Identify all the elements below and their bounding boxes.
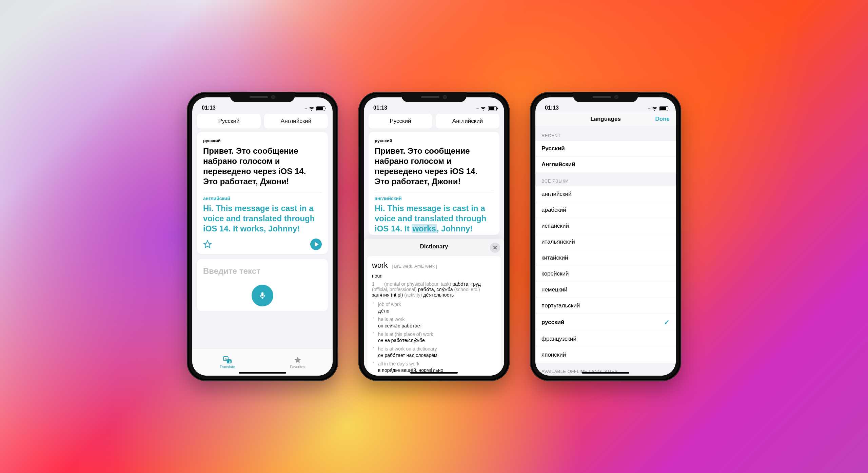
- status-time: 01:13: [545, 105, 559, 111]
- nav-title: Languages: [590, 116, 621, 122]
- list-item[interactable]: итальянский: [535, 234, 676, 250]
- phonetics: | BrE wəːk, AmE wərk |: [392, 264, 437, 269]
- text-input-placeholder: Введите текст: [203, 266, 260, 276]
- sense-number: 1: [372, 281, 377, 287]
- target-text[interactable]: Hi. This message is cast in a voice and …: [203, 203, 322, 234]
- dictionary-title: Dictionary: [420, 243, 448, 250]
- source-text[interactable]: Привет. Это сообщение набрано голосом и …: [375, 146, 493, 187]
- nav-bar: Languages Done: [535, 112, 676, 127]
- list-item[interactable]: испанский: [535, 218, 676, 234]
- text-input-card[interactable]: Введите текст: [197, 259, 328, 311]
- svg-text:A: A: [225, 357, 227, 361]
- source-language-button[interactable]: Русский: [197, 114, 261, 129]
- phone-3: 01:13 •••• Languages Done RECENT Русский…: [530, 92, 681, 381]
- list-item[interactable]: английский: [535, 186, 676, 202]
- done-button[interactable]: Done: [655, 116, 670, 122]
- section-all-languages: ВСЕ ЯЗЫКИ: [535, 172, 676, 186]
- target-language-button[interactable]: Английский: [264, 114, 328, 129]
- target-language-button[interactable]: Английский: [436, 114, 499, 129]
- list-item[interactable]: Русский: [535, 141, 676, 157]
- source-text[interactable]: Привет. Это сообщение набрано голосом и …: [203, 146, 322, 187]
- battery-icon: [316, 106, 325, 111]
- target-text[interactable]: Hi. This message is cast in a voice and …: [375, 203, 493, 234]
- svg-marker-0: [204, 241, 211, 248]
- list-item[interactable]: японский: [535, 347, 676, 363]
- home-indicator[interactable]: [410, 372, 458, 374]
- cell-signal-icon: ••••: [304, 107, 307, 110]
- section-recent: RECENT: [535, 127, 676, 141]
- list-item[interactable]: китайский: [535, 250, 676, 266]
- home-indicator[interactable]: [582, 372, 629, 374]
- target-language-label: английский: [375, 196, 493, 201]
- list-item-selected[interactable]: русский✓: [535, 314, 676, 331]
- list-item[interactable]: арабский: [535, 202, 676, 218]
- svg-text:文: 文: [228, 360, 231, 363]
- example-list: job of workде́ло he is at workон сейча́с…: [372, 300, 496, 375]
- list-item[interactable]: Английский: [535, 157, 676, 172]
- target-language-label: английский: [203, 196, 322, 201]
- part-of-speech: noun: [372, 273, 496, 279]
- source-language-label: русский: [375, 138, 493, 143]
- dictionary-sheet[interactable]: Dictionary ✕ work | BrE wəːk, AmE wərk |…: [364, 239, 504, 376]
- favorite-star-icon[interactable]: [203, 240, 212, 249]
- list-item[interactable]: португальский: [535, 298, 676, 314]
- wifi-icon: [480, 107, 486, 111]
- translation-card: русский Привет. Это сообщение набрано го…: [197, 132, 328, 254]
- source-language-button[interactable]: Русский: [369, 114, 432, 129]
- wifi-icon: [652, 107, 657, 111]
- list-item[interactable]: французский: [535, 331, 676, 347]
- close-icon[interactable]: ✕: [490, 243, 500, 253]
- dictionary-entry: work | BrE wəːk, AmE wərk | noun 1 (ment…: [367, 256, 501, 376]
- translate-icon: A文: [223, 356, 232, 364]
- home-indicator[interactable]: [239, 372, 286, 374]
- mic-button[interactable]: [252, 285, 273, 306]
- battery-icon: [488, 106, 497, 111]
- wifi-icon: [309, 107, 314, 111]
- highlighted-word: works: [412, 224, 436, 233]
- list-item[interactable]: немецкий: [535, 282, 676, 298]
- list-item[interactable]: корейский: [535, 266, 676, 282]
- status-time: 01:13: [373, 105, 387, 111]
- checkmark-icon: ✓: [664, 318, 670, 326]
- phone-1: 01:13 •••• Русский Английский русский Пр…: [187, 92, 338, 381]
- cell-signal-icon: ••••: [648, 107, 650, 110]
- star-icon: [294, 356, 302, 364]
- play-audio-icon[interactable]: [310, 239, 322, 250]
- cell-signal-icon: ••••: [476, 107, 478, 110]
- headword: work: [372, 261, 388, 269]
- source-language-label: русский: [203, 138, 322, 143]
- section-offline: AVAILABLE OFFLINE LANGUAGES: [535, 363, 676, 376]
- status-time: 01:13: [202, 105, 216, 111]
- translation-card: русский Привет. Это сообщение набрано го…: [369, 132, 499, 235]
- svg-marker-7: [294, 357, 301, 363]
- battery-icon: [659, 106, 668, 111]
- phone-2: 01:13 •••• Русский Английский русский Пр…: [358, 92, 510, 381]
